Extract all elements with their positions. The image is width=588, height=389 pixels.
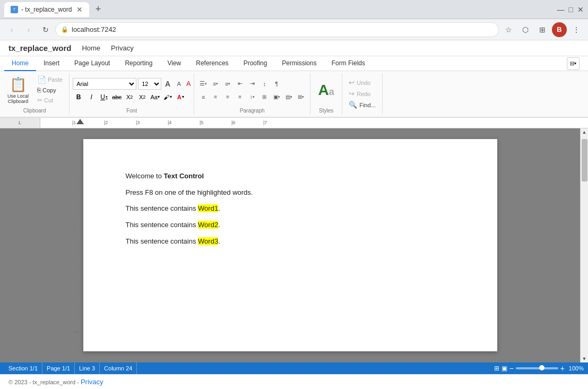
list-bullets-button[interactable]: ☰▾ xyxy=(197,78,209,90)
line-spacing-button[interactable]: ↕▾ xyxy=(246,91,258,103)
window-close-button[interactable]: ✕ xyxy=(577,5,584,14)
status-column: Column 24 xyxy=(100,362,137,374)
use-local-clipboard-button[interactable]: 📋 Use LocalClipboard xyxy=(3,74,33,107)
strikethrough-button[interactable]: abc xyxy=(111,91,123,103)
footer-copyright: © 2023 - tx_replace_word - xyxy=(8,379,79,385)
justify-button[interactable]: ≡ xyxy=(234,91,246,103)
highlight-color-button[interactable]: 🖌 ▾ xyxy=(162,91,174,103)
tab-title: - tx_replace_word xyxy=(21,6,73,13)
nav-home-link[interactable]: Home xyxy=(82,44,100,52)
ribbon-collapse-button[interactable]: ⊟ ▾ xyxy=(567,57,580,70)
clipboard-group-label: Clipboard xyxy=(3,108,66,114)
window-minimize-button[interactable]: — xyxy=(557,5,565,14)
menu-button[interactable]: ⋮ xyxy=(569,22,584,37)
zoom-slider[interactable] xyxy=(516,367,558,369)
ruler-container: L |1 |2 |3 |4 |5 |6 |7 xyxy=(0,118,588,128)
ribbon-tab-insert[interactable]: Insert xyxy=(36,56,67,71)
superscript-button[interactable]: X2 xyxy=(136,91,148,103)
show-formatting-button[interactable]: ¶ xyxy=(271,78,282,90)
zoom-layout-icon[interactable]: ⊞ xyxy=(494,365,499,372)
ribbon-group-paragraph: ☰▾ ≡▾ ≡▾ ⇤ ⇥ ↕ ¶ ≡ ≡ ≡ xyxy=(194,73,310,115)
ribbon-tab-proofing[interactable]: Proofing xyxy=(236,56,275,71)
ribbon-tab-view[interactable]: View xyxy=(160,56,188,71)
doc-paragraph-3: This sentence contains Word1. xyxy=(126,203,455,214)
document-scroll[interactable]: ···· ↓ ···· ··· ⊣ ··· Welcome to Text Co… xyxy=(0,128,580,362)
svg-text:|1: |1 xyxy=(72,120,76,125)
ribbon-tabs: Home Insert Page Layout Reporting View R… xyxy=(0,56,588,71)
sort-button[interactable]: ↕ xyxy=(258,78,270,90)
font-color-button[interactable]: A ▾ xyxy=(175,91,186,103)
change-case-button[interactable]: Aa▾ xyxy=(149,91,161,103)
list-multilevel-button[interactable]: ≡▾ xyxy=(222,78,234,90)
paste-icon: 📄 xyxy=(37,75,46,84)
zoom-slider-thumb[interactable] xyxy=(539,365,544,370)
italic-button[interactable]: I xyxy=(85,91,97,103)
zoom-minus-button[interactable]: − xyxy=(509,364,514,373)
zoom-plus-button[interactable]: + xyxy=(560,364,565,373)
increase-indent-button[interactable]: ⇥ xyxy=(246,78,258,90)
scrollbar-up-button[interactable]: ▲ xyxy=(581,128,589,136)
split-view-button[interactable]: ⊞ xyxy=(535,22,550,37)
shading-button[interactable]: ▤▾ xyxy=(283,91,295,103)
paste-button[interactable]: 📄 Paste xyxy=(34,74,66,85)
align-left-button[interactable]: ≡ xyxy=(197,91,209,103)
document-page[interactable]: Welcome to Text Control Press F8 on one … xyxy=(83,139,497,351)
address-bar[interactable]: 🔒 localhost:7242 xyxy=(55,22,499,37)
zoom-page-icon[interactable]: ▣ xyxy=(501,365,507,372)
border-button[interactable]: ▣▾ xyxy=(271,91,282,103)
profile-button[interactable]: B xyxy=(552,22,567,37)
align-center-button[interactable]: ≡ xyxy=(210,91,221,103)
doc-paragraph-1: Welcome to Text Control xyxy=(126,171,455,182)
ribbon-group-clipboard: 📋 Use LocalClipboard 📄 Paste ⎘ Copy xyxy=(0,73,70,115)
styles-aa-icon[interactable]: Aa xyxy=(318,82,334,99)
ribbon-tab-reporting[interactable]: Reporting xyxy=(117,56,160,71)
nav-refresh-button[interactable]: ↻ xyxy=(38,22,53,37)
lock-icon: 🔒 xyxy=(61,26,68,33)
find-button[interactable]: 🔍 Find... xyxy=(345,100,379,110)
font-clear-format-button[interactable]: A xyxy=(186,80,191,88)
styles-group-label: Styles xyxy=(319,108,333,114)
bold-button[interactable]: B xyxy=(73,91,84,103)
nav-back-button[interactable]: ‹ xyxy=(4,22,19,37)
browser-navbar: ‹ › ↻ 🔒 localhost:7242 ☆ ⬡ ⊞ B ⋮ xyxy=(0,19,588,40)
ribbon-tab-home[interactable]: Home xyxy=(4,56,36,71)
bookmark-button[interactable]: ☆ xyxy=(501,22,516,37)
scrollbar-down-button[interactable]: ▼ xyxy=(581,355,589,362)
subscript-button[interactable]: X2 xyxy=(124,91,135,103)
ribbon-content: 📋 Use LocalClipboard 📄 Paste ⎘ Copy xyxy=(0,71,588,117)
list-numbers-button[interactable]: ≡▾ xyxy=(210,78,221,90)
ribbon-tab-pagelayout[interactable]: Page Layout xyxy=(67,56,117,71)
footer-privacy-link[interactable]: Privacy xyxy=(81,378,103,386)
nav-privacy-link[interactable]: Privacy xyxy=(111,44,134,52)
browser-tab[interactable]: T - tx_replace_word ✕ xyxy=(4,2,89,17)
paragraph-style-button[interactable]: ⊞▾ xyxy=(295,91,307,103)
redo-button[interactable]: ↪ Redo xyxy=(345,89,379,99)
scrollbar-thumb[interactable] xyxy=(582,139,587,181)
svg-text:|3: |3 xyxy=(136,120,140,125)
decrease-indent-button[interactable]: ⇤ xyxy=(234,78,246,90)
font-shrink-button[interactable]: A xyxy=(174,79,184,89)
scrollbar-track[interactable] xyxy=(581,136,589,355)
align-right-button[interactable]: ≡ xyxy=(222,91,234,103)
ribbon-tab-permissions[interactable]: Permissions xyxy=(274,56,324,71)
browser-titlebar: T - tx_replace_word ✕ + — □ ✕ xyxy=(0,0,588,19)
ribbon-tab-formfields[interactable]: Form Fields xyxy=(324,56,373,71)
table-insert-button[interactable]: ⊞ xyxy=(258,91,270,103)
font-family-select[interactable]: Arial xyxy=(73,78,136,90)
window-maximize-button[interactable]: □ xyxy=(569,5,573,14)
status-line: Line 3 xyxy=(75,362,100,374)
underline-button[interactable]: U ▾ xyxy=(98,91,110,103)
new-tab-button[interactable]: + xyxy=(91,3,105,16)
tab-close-button[interactable]: ✕ xyxy=(76,5,83,14)
undo-button[interactable]: ↩ Undo xyxy=(345,77,379,88)
svg-text:|7: |7 xyxy=(263,120,267,125)
word1-highlight: Word1 xyxy=(198,204,218,212)
font-grow-button[interactable]: A xyxy=(163,79,172,89)
font-size-select[interactable]: 12 xyxy=(138,78,161,90)
ribbon-tab-references[interactable]: References xyxy=(188,56,236,71)
cut-button[interactable]: ✂ Cut xyxy=(34,96,66,105)
vertical-scrollbar[interactable]: ▲ ▼ xyxy=(580,128,588,362)
nav-forward-button[interactable]: › xyxy=(21,22,36,37)
extensions-button[interactable]: ⬡ xyxy=(518,22,533,37)
copy-button[interactable]: ⎘ Copy xyxy=(34,85,66,95)
